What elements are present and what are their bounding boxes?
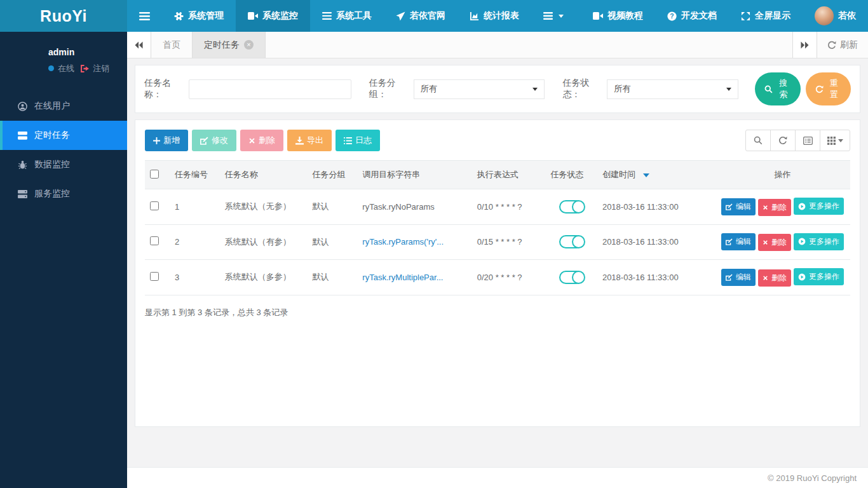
button-label: 删除 [771,273,787,283]
refresh-label: 刷新 [840,39,858,51]
col-cron: 执行表达式 [472,161,546,189]
jobs-table: 任务编号 任务名称 任务分组 调用目标字符串 执行表达式 任务状态 创建时间 操… [145,160,850,295]
chart-icon [470,11,479,21]
col-created-sortable[interactable]: 创建时间 [597,161,715,189]
sidebar-toggle-button[interactable] [127,0,162,32]
edit-button[interactable]: 编辑 [721,233,756,250]
nav-system-tools[interactable]: 系统工具 [310,0,384,32]
show-search-button[interactable] [745,130,771,151]
columns-button[interactable] [820,130,850,151]
more-actions-button[interactable]: 更多操作 [794,198,844,215]
delete-button[interactable]: 删除 [758,269,791,287]
jobs-panel: 新增 修改 删除 [135,119,860,427]
list-icon [322,12,332,20]
cell-invoke-target-link[interactable]: ryTask.ryParams('ry'... [362,237,444,247]
nav-label: 系统监控 [262,10,298,22]
select-all-checkbox[interactable] [150,170,159,179]
x-icon [248,137,255,144]
job-status-select[interactable]: 所有 [607,79,738,99]
selected-value: 所有 [421,83,437,95]
delete-button[interactable]: 删除 [758,199,791,216]
refresh-icon [778,136,787,145]
nav-video-tutorial[interactable]: 视频教程 [581,0,655,32]
sidebar-item-service-monitor[interactable]: 服务监控 [0,179,127,208]
nav-system-manage[interactable]: 系统管理 [162,0,236,32]
cell-invoke-target: ryTask.ryNoParams [362,202,434,212]
online-status: 在线 [58,63,74,74]
nav-statistics[interactable]: 统计报表 [458,0,531,32]
col-actions: 操作 [715,161,850,189]
user-name: admin [48,47,109,57]
logout-link[interactable]: 注销 [93,63,109,74]
grid-icon [827,137,836,145]
job-status-label: 任务状态： [562,78,604,100]
x-icon [763,240,768,245]
nav-dev-docs[interactable]: ? 开发文档 [655,0,729,32]
status-toggle[interactable] [559,200,583,214]
job-name-input[interactable] [189,79,351,99]
export-button[interactable]: 导出 [287,130,332,151]
col-invoke-target: 调用目标字符串 [357,161,471,189]
play-circle-icon [798,203,806,210]
nav-label: 统计报表 [484,10,519,22]
job-group-select[interactable]: 所有 [414,79,545,99]
status-toggle[interactable] [559,235,583,248]
cell-created: 2018-03-16 11:33:00 [597,224,715,260]
pagination-summary: 显示第 1 到第 3 条记录，总共 3 条记录 [145,307,850,318]
sidebar-item-data-monitor[interactable]: 数据监控 [0,150,127,179]
sidebar-item-scheduled-jobs[interactable]: 定时任务 [0,121,127,150]
modify-button[interactable]: 修改 [192,130,236,151]
button-label: 更多操作 [809,236,839,247]
refresh-tab-button[interactable]: 刷新 [817,32,868,58]
button-label: 导出 [307,135,323,146]
refresh-icon [827,41,836,50]
log-button[interactable]: 日志 [336,130,380,151]
tab-scheduled-jobs[interactable]: 定时任务 × [193,32,266,58]
close-icon[interactable]: × [244,40,254,50]
nav-label: 视频教程 [607,10,643,22]
play-circle-icon [798,273,806,281]
nav-more-menu[interactable] [531,0,576,32]
sidebar-item-label: 定时任务 [34,130,70,141]
nav-fullscreen[interactable]: 全屏显示 [729,0,803,32]
toggle-view-button[interactable] [795,130,820,151]
cell-invoke-target-link[interactable]: ryTask.ryMultiplePar... [362,273,443,282]
row-checkbox[interactable] [150,201,159,210]
row-checkbox[interactable] [150,272,159,281]
sidebar-item-label: 在线用户 [34,100,70,112]
video-icon [593,12,603,20]
edit-button[interactable]: 编辑 [721,269,756,286]
user-profile: admin 在线 注销 [0,32,127,92]
reset-button[interactable]: 重置 [806,72,851,105]
edit-button[interactable]: 编辑 [721,198,756,215]
more-actions-button[interactable]: 更多操作 [794,268,844,285]
scroll-tabs-right-button[interactable] [792,32,817,58]
cell-cron: 0/15 * * * * ? [472,224,546,260]
nav-official-site[interactable]: 若依官网 [384,0,458,32]
x-icon [763,275,768,281]
search-button[interactable]: 搜索 [755,72,800,105]
row-checkbox[interactable] [150,236,159,245]
nav-user-menu[interactable]: 若依 [803,0,868,32]
delete-button[interactable]: 删除 [240,130,283,151]
cell-job-group: 默认 [308,224,358,260]
delete-button[interactable]: 删除 [758,234,791,251]
status-toggle[interactable] [559,271,583,284]
button-label: 编辑 [736,236,751,247]
sidebar-item-online-users[interactable]: 在线用户 [0,92,127,121]
cell-job-name: 系统默认（无参） [220,189,308,225]
more-actions-button[interactable]: 更多操作 [794,233,844,250]
edit-icon [726,203,733,210]
avatar[interactable] [9,44,41,76]
scroll-tabs-left-button[interactable] [127,32,151,58]
sign-out-icon [81,65,89,72]
server-icon [18,190,27,198]
cell-job-id: 3 [170,260,220,295]
user-circle-icon [18,102,27,111]
button-label: 更多操作 [809,271,839,282]
add-button[interactable]: 新增 [145,130,188,151]
nav-system-monitor[interactable]: 系统监控 [236,0,310,32]
tab-home[interactable]: 首页 [151,32,193,58]
refresh-table-button[interactable] [770,130,796,151]
nav-label: 全屏显示 [755,10,790,22]
